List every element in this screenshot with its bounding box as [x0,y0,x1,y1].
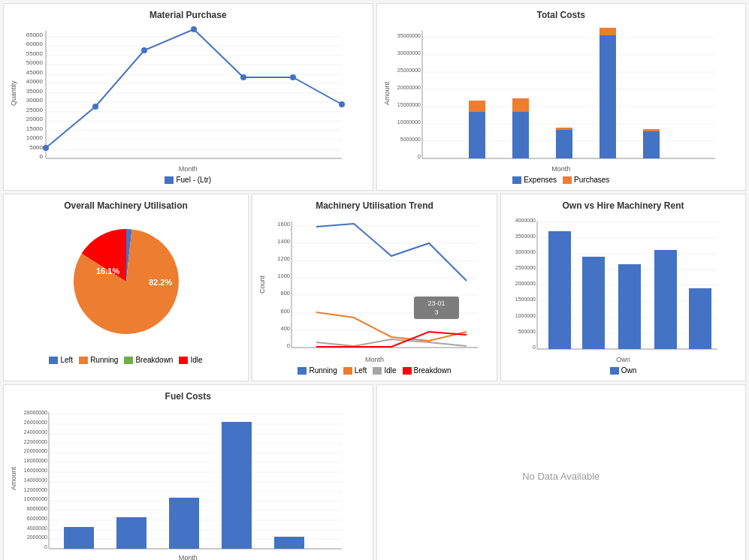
svg-rect-75 [600,28,616,35]
svg-text:15000: 15000 [26,125,44,132]
svg-rect-196 [169,498,199,549]
svg-point-33 [191,26,197,32]
svg-text:1600: 1600 [277,221,290,227]
total-costs-card: Total Costs Amount 0 5000000 10000000 15… [376,3,747,191]
svg-text:400: 400 [280,325,290,332]
svg-text:600: 600 [280,308,290,315]
svg-text:5000000: 5000000 [400,137,420,142]
machinery-pie-chart: 82.2% 16.1% [51,214,201,353]
fuel-costs-title: Fuel Costs [10,391,367,402]
svg-text:28000000: 28000000 [24,410,47,415]
no-data-card: No Data Available [376,384,747,560]
legend-purchases: Purchases [563,176,609,184]
svg-text:16000000: 16000000 [24,468,47,473]
y-axis-label-totalcosts: Amount [383,23,391,164]
legend-fuel: Fuel - (Ltr) [165,176,211,184]
svg-text:2000000: 2000000 [515,281,536,286]
y-axis-label-trend: Count [258,214,266,354]
svg-text:16.1%: 16.1% [96,266,119,275]
svg-text:23-01: 23-01 [427,300,445,307]
svg-text:18000000: 18000000 [24,458,47,463]
svg-text:60000: 60000 [26,41,44,47]
machinery-trend-chart: 0 400 600 800 1000 1200 1400 1600 [267,214,485,353]
svg-text:22000000: 22000000 [24,439,47,444]
svg-text:0: 0 [533,345,536,350]
svg-rect-194 [64,527,94,549]
svg-point-32 [141,47,147,53]
svg-point-30 [43,145,49,151]
total-costs-title: Total Costs [383,10,740,20]
svg-text:0: 0 [418,154,421,159]
svg-rect-72 [556,130,572,158]
svg-rect-73 [556,128,572,130]
row3: Fuel Costs Amount 0 2000000 4000000 6000… [3,384,746,560]
svg-text:1000: 1000 [277,272,290,279]
svg-text:15000000: 15000000 [397,102,420,107]
own-vs-hire-card: Own vs Hire Machinery Rent 0 500000 1000… [500,194,746,381]
svg-text:500000: 500000 [518,329,536,334]
y-axis-label-fuel: Amount [10,405,17,552]
machinery-utilisation-legend: Left Running Breakdown Idle [10,356,242,364]
svg-text:8000000: 8000000 [27,506,47,511]
svg-point-34 [240,74,246,80]
svg-point-31 [92,104,98,110]
total-costs-legend: Expenses Purchases [383,176,740,184]
svg-text:3: 3 [434,309,438,316]
svg-text:26000000: 26000000 [24,420,47,425]
material-legend: Fuel - (Ltr) [10,176,367,184]
svg-text:4000000: 4000000 [515,218,536,223]
legend-label-fuel: Fuel - (Ltr) [176,176,211,184]
svg-rect-74 [600,35,616,158]
svg-rect-195 [116,517,146,549]
total-costs-chart: 0 5000000 10000000 15000000 20000000 250… [392,23,723,162]
svg-text:45000: 45000 [26,69,44,76]
svg-text:25000: 25000 [26,107,44,113]
own-vs-hire-chart: 0 500000 1000000 1500000 2000000 2500000… [507,214,725,353]
svg-text:20000: 20000 [26,116,44,122]
svg-text:3000000: 3000000 [515,249,536,254]
svg-rect-69 [469,101,485,112]
svg-rect-151 [689,288,711,349]
svg-text:30000000: 30000000 [397,50,420,56]
svg-text:35000000: 35000000 [397,33,420,38]
machinery-trend-title: Machinery Utilisation Trend [258,200,491,211]
svg-text:0: 0 [44,544,47,549]
svg-text:1200: 1200 [277,255,290,262]
svg-rect-68 [469,112,485,158]
fuel-costs-card: Fuel Costs Amount 0 2000000 4000000 6000… [3,384,373,560]
svg-text:35000: 35000 [26,88,44,95]
machinery-utilisation-title: Overall Machinery Utilisation [10,200,242,211]
svg-text:4000000: 4000000 [27,525,47,531]
svg-rect-71 [512,98,529,112]
svg-text:10000000: 10000000 [397,119,420,125]
svg-point-36 [339,101,345,107]
material-purchase-chart: 0 5000 10000 15000 20000 25000 30000 350… [19,23,349,162]
machinery-trend-card: Machinery Utilisation Trend Count 0 400 … [252,194,497,381]
svg-text:30000: 30000 [26,97,44,104]
svg-text:40000: 40000 [26,78,44,85]
svg-text:10000: 10000 [26,134,44,141]
svg-text:50000: 50000 [26,59,44,66]
svg-text:20000000: 20000000 [24,448,47,453]
svg-rect-77 [643,129,660,131]
dashboard: Material Purchase Quantity 0 5000 10000 … [3,3,746,560]
machinery-trend-legend: Running Left Idle Breakdown [258,366,491,375]
x-axis-label-material: Month [10,165,367,173]
fuel-costs-chart: 0 2000000 4000000 6000000 8000000 100000… [19,405,349,551]
svg-rect-148 [582,257,605,349]
svg-rect-149 [618,264,641,349]
no-data-message: No Data Available [522,471,600,482]
svg-point-35 [290,74,296,80]
svg-text:20000000: 20000000 [397,85,420,90]
svg-text:3500000: 3500000 [515,233,536,239]
svg-text:5000: 5000 [29,144,43,151]
row2: Overall Machinery Utilisation [3,194,746,381]
svg-rect-76 [643,131,660,158]
svg-text:12000000: 12000000 [24,487,47,492]
svg-text:1400: 1400 [277,238,290,245]
legend-expenses: Expenses [512,176,557,184]
svg-rect-70 [512,112,529,158]
material-line [46,29,342,148]
x-axis-label-own: Own [507,356,739,363]
svg-rect-150 [654,250,677,349]
